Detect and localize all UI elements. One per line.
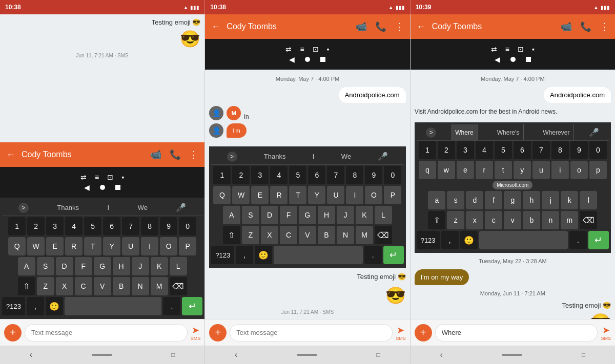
enter-key-3[interactable]: ↵ <box>588 231 609 249</box>
space-key-2[interactable] <box>274 246 362 264</box>
key-2-3[interactable]: 2 <box>438 141 455 159</box>
key-w-2[interactable]: W <box>232 186 250 204</box>
key-x-1[interactable]: X <box>56 277 73 295</box>
key-c-1[interactable]: C <box>75 277 92 295</box>
key-u-1[interactable]: U <box>122 237 139 255</box>
key-l-1[interactable]: L <box>170 257 187 275</box>
key-p-3[interactable]: p <box>589 161 607 179</box>
key-3-3[interactable]: 3 <box>457 141 474 159</box>
key-m-1[interactable]: M <box>151 277 168 295</box>
suggestion-arrow-2[interactable]: > <box>227 152 237 162</box>
mic-icon-1[interactable]: 🎤 <box>176 203 186 212</box>
key-r-3[interactable]: r <box>476 161 493 179</box>
comma-key-1[interactable]: , <box>27 297 44 315</box>
key-r-2[interactable]: R <box>270 186 288 204</box>
back-button-2[interactable]: ← <box>209 19 222 34</box>
key-8-1[interactable]: 8 <box>141 217 158 235</box>
prev-icon-2[interactable]: ◀ <box>289 55 295 63</box>
more-options-button-1[interactable]: ⋮ <box>187 147 200 162</box>
key-z-3[interactable]: z <box>447 211 464 229</box>
nav-recents-1[interactable]: □ <box>171 351 175 358</box>
key-n-1[interactable]: N <box>132 277 149 295</box>
suggestion-we-2[interactable]: We <box>341 153 351 160</box>
back-button-3[interactable]: ← <box>415 19 428 34</box>
key-2-1[interactable]: 2 <box>27 217 45 235</box>
nav-home-2[interactable] <box>297 354 317 356</box>
key-7-1[interactable]: 7 <box>122 217 139 235</box>
key-5-3[interactable]: 5 <box>495 141 512 159</box>
nav-recents-2[interactable]: □ <box>377 351 380 358</box>
key-a-3[interactable]: a <box>428 191 445 209</box>
mic-icon-3[interactable]: 🎤 <box>589 127 599 137</box>
key-v-1[interactable]: V <box>94 277 111 295</box>
key-3-2[interactable]: 3 <box>251 166 269 184</box>
key-z-1[interactable]: Z <box>37 277 54 295</box>
key-o-1[interactable]: O <box>160 237 177 255</box>
video-call-button-3[interactable]: 📹 <box>559 19 574 34</box>
send-button-1[interactable]: ➤ SMS <box>191 325 201 341</box>
numbers-key-3[interactable]: ?123 <box>417 231 440 249</box>
suggestion-we-1[interactable]: We <box>138 204 148 211</box>
phone-call-button-1[interactable]: 📞 <box>168 147 183 162</box>
nav-home-1[interactable] <box>92 354 112 356</box>
shift-key-2[interactable]: ⇧ <box>223 226 240 244</box>
suggestion-i-1[interactable]: I <box>108 204 110 211</box>
key-8-3[interactable]: 8 <box>551 141 569 159</box>
key-v-2[interactable]: V <box>299 226 316 244</box>
key-a-1[interactable]: A <box>18 257 35 275</box>
numbers-key-2[interactable]: ?123 <box>211 246 234 264</box>
shift-key-3[interactable]: ⇧ <box>428 211 445 229</box>
key-v-3[interactable]: v <box>504 211 521 229</box>
shift-key-1[interactable]: ⇧ <box>18 277 35 295</box>
key-6-2[interactable]: 6 <box>308 166 325 184</box>
key-9-2[interactable]: 9 <box>365 166 382 184</box>
phone-call-button-2[interactable]: 📞 <box>373 19 388 34</box>
more-options-button-3[interactable]: ⋮ <box>598 19 611 34</box>
add-button-1[interactable]: + <box>4 324 22 341</box>
key-p-1[interactable]: P <box>179 237 196 255</box>
key-w-1[interactable]: W <box>27 237 45 255</box>
key-q-1[interactable]: Q <box>8 237 26 255</box>
key-0-2[interactable]: 0 <box>384 166 401 184</box>
key-d-1[interactable]: D <box>56 257 73 275</box>
key-y-3[interactable]: y <box>514 161 531 179</box>
key-n-3[interactable]: n <box>542 211 559 229</box>
key-k-3[interactable]: k <box>561 191 578 209</box>
key-y-1[interactable]: Y <box>103 237 120 255</box>
key-s-2[interactable]: S <box>242 206 259 224</box>
enter-key-2[interactable]: ↵ <box>383 246 404 264</box>
key-4-2[interactable]: 4 <box>270 166 288 184</box>
space-key-1[interactable] <box>65 297 161 315</box>
key-l-3[interactable]: l <box>580 191 597 209</box>
period-key-1[interactable]: . <box>163 297 180 315</box>
key-1-3[interactable]: 1 <box>419 141 436 159</box>
key-g-3[interactable]: g <box>504 191 521 209</box>
add-button-3[interactable]: + <box>415 324 432 341</box>
key-e-1[interactable]: E <box>46 237 64 255</box>
send-button-3[interactable]: ➤ SMS <box>601 325 611 341</box>
autocomplete-where-3[interactable]: Where <box>451 124 478 140</box>
backspace-key-2[interactable]: ⌫ <box>375 226 392 244</box>
key-f-1[interactable]: F <box>75 257 92 275</box>
backspace-key-3[interactable]: ⌫ <box>580 211 597 229</box>
key-b-1[interactable]: B <box>113 277 130 295</box>
key-j-3[interactable]: j <box>542 191 559 209</box>
more-options-button-2[interactable]: ⋮ <box>393 19 406 34</box>
key-5-1[interactable]: 5 <box>84 217 101 235</box>
key-l-2[interactable]: L <box>375 206 392 224</box>
emoji-key-1[interactable]: 🙂 <box>46 297 63 315</box>
key-7-2[interactable]: 7 <box>327 166 344 184</box>
key-o-2[interactable]: O <box>365 186 382 204</box>
key-1-1[interactable]: 1 <box>8 217 26 235</box>
space-key-3[interactable] <box>479 231 568 249</box>
key-a-2[interactable]: A <box>223 206 240 224</box>
key-3-1[interactable]: 3 <box>46 217 64 235</box>
autocomplete-wherever-3[interactable]: Wherever <box>539 124 574 140</box>
key-z-2[interactable]: Z <box>242 226 259 244</box>
key-i-1[interactable]: I <box>141 237 158 255</box>
mic-icon-2[interactable]: 🎤 <box>378 152 388 161</box>
key-t-3[interactable]: t <box>495 161 512 179</box>
suggestion-arrow-1[interactable]: > <box>18 203 29 213</box>
nav-back-3[interactable]: ‹ <box>440 350 442 359</box>
suggestion-thanks-2[interactable]: Thanks <box>264 153 286 160</box>
